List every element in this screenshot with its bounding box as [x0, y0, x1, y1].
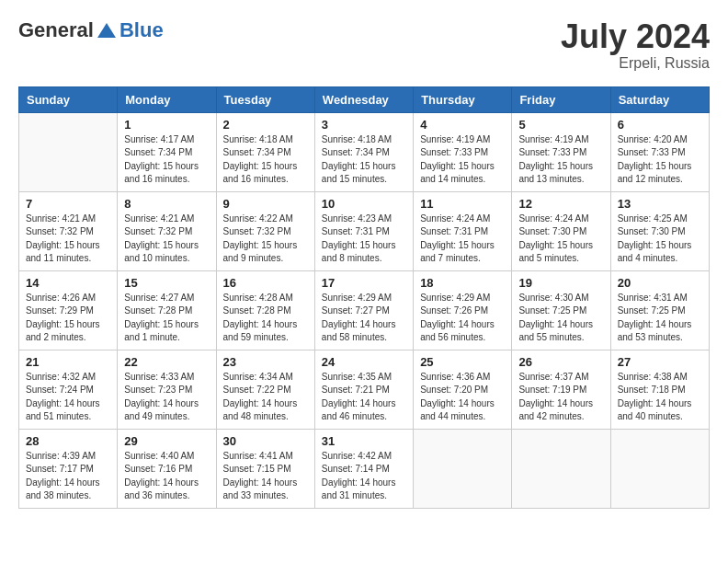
day-info: Sunrise: 4:17 AM Sunset: 7:34 PM Dayligh… [124, 133, 209, 187]
day-info: Sunrise: 4:18 AM Sunset: 7:34 PM Dayligh… [223, 133, 308, 187]
calendar-cell: 11Sunrise: 4:24 AM Sunset: 7:31 PM Dayli… [414, 191, 512, 270]
calendar-cell: 30Sunrise: 4:41 AM Sunset: 7:15 PM Dayli… [216, 429, 314, 508]
day-number: 30 [223, 434, 308, 448]
calendar-cell: 21Sunrise: 4:32 AM Sunset: 7:24 PM Dayli… [19, 350, 118, 429]
calendar-week-1: 7Sunrise: 4:21 AM Sunset: 7:32 PM Daylig… [19, 191, 710, 270]
calendar-cell [19, 112, 118, 191]
day-number: 17 [322, 276, 406, 290]
day-info: Sunrise: 4:35 AM Sunset: 7:21 PM Dayligh… [322, 371, 406, 424]
day-info: Sunrise: 4:29 AM Sunset: 7:26 PM Dayligh… [420, 292, 505, 345]
logo-blue-text: Blue [119, 18, 164, 42]
calendar-cell: 27Sunrise: 4:38 AM Sunset: 7:18 PM Dayli… [610, 350, 709, 429]
day-number: 18 [420, 276, 505, 290]
day-info: Sunrise: 4:34 AM Sunset: 7:22 PM Dayligh… [223, 371, 308, 424]
calendar-cell: 9Sunrise: 4:22 AM Sunset: 7:32 PM Daylig… [216, 191, 314, 270]
calendar-cell: 13Sunrise: 4:25 AM Sunset: 7:30 PM Dayli… [610, 191, 709, 270]
day-info: Sunrise: 4:27 AM Sunset: 7:28 PM Dayligh… [124, 292, 209, 345]
day-number: 12 [518, 197, 603, 211]
calendar-cell: 19Sunrise: 4:30 AM Sunset: 7:25 PM Dayli… [512, 270, 610, 350]
calendar-cell [610, 429, 709, 508]
day-info: Sunrise: 4:19 AM Sunset: 7:33 PM Dayligh… [518, 133, 603, 187]
calendar-cell: 6Sunrise: 4:20 AM Sunset: 7:33 PM Daylig… [610, 112, 709, 191]
svg-marker-0 [97, 23, 116, 38]
day-info: Sunrise: 4:28 AM Sunset: 7:28 PM Dayligh… [223, 292, 308, 345]
calendar-table: SundayMondayTuesdayWednesdayThursdayFrid… [18, 86, 710, 509]
calendar-cell: 5Sunrise: 4:19 AM Sunset: 7:33 PM Daylig… [512, 112, 610, 191]
day-info: Sunrise: 4:19 AM Sunset: 7:33 PM Dayligh… [420, 133, 505, 187]
day-info: Sunrise: 4:30 AM Sunset: 7:25 PM Dayligh… [518, 292, 603, 345]
day-info: Sunrise: 4:41 AM Sunset: 7:15 PM Dayligh… [223, 450, 308, 503]
day-info: Sunrise: 4:29 AM Sunset: 7:27 PM Dayligh… [322, 292, 406, 345]
day-number: 15 [124, 276, 209, 290]
day-number: 23 [223, 355, 308, 369]
logo: General Blue [18, 18, 164, 42]
day-info: Sunrise: 4:32 AM Sunset: 7:24 PM Dayligh… [26, 371, 110, 424]
day-number: 14 [26, 276, 110, 290]
day-number: 10 [322, 197, 406, 211]
calendar-cell: 17Sunrise: 4:29 AM Sunset: 7:27 PM Dayli… [314, 270, 413, 350]
calendar-cell: 28Sunrise: 4:39 AM Sunset: 7:17 PM Dayli… [19, 429, 118, 508]
page-header: General Blue July 2024 Erpeli, Russia [18, 18, 710, 72]
day-number: 19 [518, 276, 603, 290]
calendar-week-2: 14Sunrise: 4:26 AM Sunset: 7:29 PM Dayli… [19, 270, 710, 350]
day-info: Sunrise: 4:23 AM Sunset: 7:31 PM Dayligh… [322, 213, 406, 266]
calendar-header-wednesday: Wednesday [314, 86, 413, 112]
calendar-cell: 15Sunrise: 4:27 AM Sunset: 7:28 PM Dayli… [118, 270, 216, 350]
calendar-cell: 20Sunrise: 4:31 AM Sunset: 7:25 PM Dayli… [610, 270, 709, 350]
day-info: Sunrise: 4:20 AM Sunset: 7:33 PM Dayligh… [618, 133, 702, 187]
calendar-cell: 3Sunrise: 4:18 AM Sunset: 7:34 PM Daylig… [314, 112, 413, 191]
calendar-cell: 26Sunrise: 4:37 AM Sunset: 7:19 PM Dayli… [512, 350, 610, 429]
calendar-cell: 8Sunrise: 4:21 AM Sunset: 7:32 PM Daylig… [118, 191, 216, 270]
calendar-cell: 14Sunrise: 4:26 AM Sunset: 7:29 PM Dayli… [19, 270, 118, 350]
day-info: Sunrise: 4:24 AM Sunset: 7:31 PM Dayligh… [420, 213, 505, 266]
calendar-week-3: 21Sunrise: 4:32 AM Sunset: 7:24 PM Dayli… [19, 350, 710, 429]
day-number: 27 [618, 355, 702, 369]
day-info: Sunrise: 4:18 AM Sunset: 7:34 PM Dayligh… [322, 133, 406, 187]
location-text: Erpeli, Russia [561, 55, 710, 72]
day-info: Sunrise: 4:37 AM Sunset: 7:19 PM Dayligh… [518, 371, 603, 424]
calendar-week-0: 1Sunrise: 4:17 AM Sunset: 7:34 PM Daylig… [19, 112, 710, 191]
day-number: 28 [26, 434, 110, 448]
calendar-header-saturday: Saturday [610, 86, 709, 112]
month-year-title: July 2024 [561, 18, 710, 55]
day-info: Sunrise: 4:36 AM Sunset: 7:20 PM Dayligh… [420, 371, 505, 424]
day-number: 21 [26, 355, 110, 369]
day-number: 13 [618, 197, 702, 211]
day-info: Sunrise: 4:21 AM Sunset: 7:32 PM Dayligh… [124, 213, 209, 266]
day-number: 29 [124, 434, 209, 448]
day-info: Sunrise: 4:22 AM Sunset: 7:32 PM Dayligh… [223, 213, 308, 266]
calendar-cell: 16Sunrise: 4:28 AM Sunset: 7:28 PM Dayli… [216, 270, 314, 350]
calendar-cell: 2Sunrise: 4:18 AM Sunset: 7:34 PM Daylig… [216, 112, 314, 191]
day-number: 6 [618, 118, 702, 132]
calendar-cell: 29Sunrise: 4:40 AM Sunset: 7:16 PM Dayli… [118, 429, 216, 508]
calendar-cell [414, 429, 512, 508]
calendar-cell: 18Sunrise: 4:29 AM Sunset: 7:26 PM Dayli… [414, 270, 512, 350]
day-number: 2 [223, 118, 308, 132]
day-number: 11 [420, 197, 505, 211]
day-number: 3 [322, 118, 406, 132]
calendar-header-monday: Monday [118, 86, 216, 112]
day-info: Sunrise: 4:26 AM Sunset: 7:29 PM Dayligh… [26, 292, 110, 345]
day-info: Sunrise: 4:38 AM Sunset: 7:18 PM Dayligh… [618, 371, 702, 424]
day-number: 26 [518, 355, 603, 369]
calendar-header-tuesday: Tuesday [216, 86, 314, 112]
day-info: Sunrise: 4:39 AM Sunset: 7:17 PM Dayligh… [26, 450, 110, 503]
calendar-week-4: 28Sunrise: 4:39 AM Sunset: 7:17 PM Dayli… [19, 429, 710, 508]
day-number: 5 [518, 118, 603, 132]
calendar-cell: 7Sunrise: 4:21 AM Sunset: 7:32 PM Daylig… [19, 191, 118, 270]
calendar-cell: 4Sunrise: 4:19 AM Sunset: 7:33 PM Daylig… [414, 112, 512, 191]
calendar-header-row: SundayMondayTuesdayWednesdayThursdayFrid… [19, 86, 710, 112]
calendar-cell: 22Sunrise: 4:33 AM Sunset: 7:23 PM Dayli… [118, 350, 216, 429]
title-block: July 2024 Erpeli, Russia [561, 18, 710, 72]
day-info: Sunrise: 4:31 AM Sunset: 7:25 PM Dayligh… [618, 292, 702, 345]
calendar-header-friday: Friday [512, 86, 610, 112]
calendar-header-thursday: Thursday [414, 86, 512, 112]
calendar-cell: 25Sunrise: 4:36 AM Sunset: 7:20 PM Dayli… [414, 350, 512, 429]
day-info: Sunrise: 4:24 AM Sunset: 7:30 PM Dayligh… [518, 213, 603, 266]
day-info: Sunrise: 4:42 AM Sunset: 7:14 PM Dayligh… [322, 450, 406, 503]
calendar-cell: 1Sunrise: 4:17 AM Sunset: 7:34 PM Daylig… [118, 112, 216, 191]
calendar-header-sunday: Sunday [19, 86, 118, 112]
logo-icon [96, 19, 118, 41]
day-info: Sunrise: 4:40 AM Sunset: 7:16 PM Dayligh… [124, 450, 209, 503]
calendar-cell [512, 429, 610, 508]
